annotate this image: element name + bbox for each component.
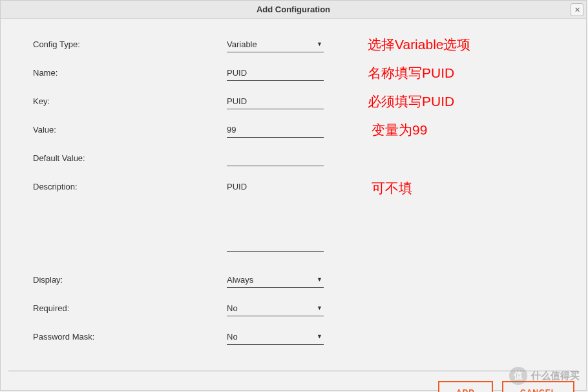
row-key: Key: 必须填写PUID bbox=[33, 95, 554, 109]
key-label: Key: bbox=[33, 95, 227, 106]
close-icon: ✕ bbox=[574, 6, 580, 14]
dialog-titlebar: Add Configuration ✕ bbox=[1, 1, 586, 19]
row-config-type: Config Type: Variable ▼ 选择Variable选项 bbox=[33, 38, 554, 52]
add-configuration-dialog: Add Configuration ✕ Config Type: Variabl… bbox=[0, 0, 587, 391]
required-select[interactable]: No bbox=[227, 302, 324, 316]
row-password-mask: Password Mask: No ▼ bbox=[33, 331, 554, 345]
annotation-key: 必须填写PUID bbox=[368, 93, 454, 111]
required-label: Required: bbox=[33, 302, 227, 313]
dialog-title: Add Configuration bbox=[257, 5, 330, 14]
row-name: Name: 名称填写PUID bbox=[33, 67, 554, 81]
default-value-label: Default Value: bbox=[33, 152, 227, 163]
dialog-content: Config Type: Variable ▼ 选择Variable选项 Nam… bbox=[1, 19, 586, 365]
annotation-description: 可不填 bbox=[372, 179, 412, 197]
description-label: Description: bbox=[33, 180, 227, 191]
row-display: Display: Always ▼ bbox=[33, 274, 554, 288]
annotation-name: 名称填写PUID bbox=[368, 64, 454, 82]
button-row: ADD CANCEL bbox=[8, 381, 578, 392]
name-label: Name: bbox=[33, 67, 227, 78]
close-button[interactable]: ✕ bbox=[571, 3, 583, 16]
footer-divider bbox=[8, 371, 578, 371]
display-label: Display: bbox=[33, 274, 227, 285]
name-input[interactable] bbox=[227, 67, 324, 81]
cancel-button[interactable]: CANCEL bbox=[502, 381, 574, 392]
config-type-select[interactable]: Variable bbox=[227, 38, 324, 52]
description-textarea[interactable] bbox=[227, 180, 324, 252]
row-value: Value: 变量为99 bbox=[33, 124, 554, 138]
display-select[interactable]: Always bbox=[227, 274, 324, 288]
password-mask-label: Password Mask: bbox=[33, 331, 227, 342]
value-input[interactable] bbox=[227, 124, 324, 138]
row-default-value: Default Value: bbox=[33, 152, 554, 166]
config-type-label: Config Type: bbox=[33, 38, 227, 49]
key-input[interactable] bbox=[227, 95, 324, 109]
add-button[interactable]: ADD bbox=[438, 381, 493, 392]
default-value-input[interactable] bbox=[227, 152, 324, 166]
value-label: Value: bbox=[33, 124, 227, 135]
row-description: Description: 可不填 bbox=[33, 180, 554, 254]
row-required: Required: No ▼ bbox=[33, 302, 554, 316]
annotation-config-type: 选择Variable选项 bbox=[368, 36, 471, 54]
password-mask-select[interactable]: No bbox=[227, 331, 324, 345]
annotation-value: 变量为99 bbox=[372, 121, 427, 139]
